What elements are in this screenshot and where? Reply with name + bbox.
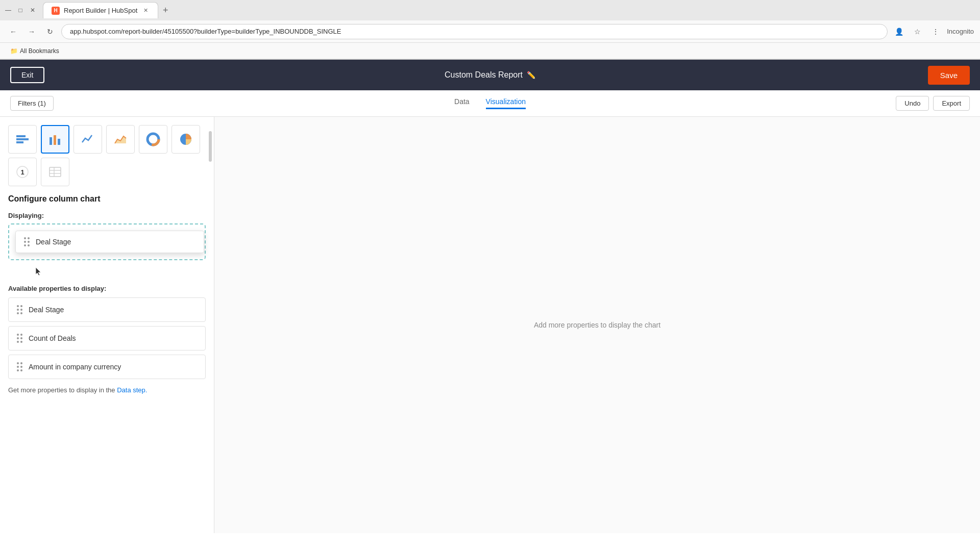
save-button[interactable]: Save	[928, 66, 970, 85]
data-step-link[interactable]: Data step.	[117, 386, 147, 394]
svg-rect-1	[16, 138, 29, 140]
displaying-label: Displaying:	[8, 212, 206, 219]
close-window-button[interactable]: ✕	[29, 6, 37, 14]
undo-button[interactable]: Undo	[896, 96, 929, 111]
scrollbar-thumb[interactable]	[209, 131, 212, 162]
drag-handle-icon	[23, 236, 31, 247]
svg-text:1: 1	[20, 168, 24, 176]
main-layout: 1 Configure column chart Displaying:	[0, 117, 980, 533]
chart-type-donut[interactable]	[139, 125, 167, 154]
back-button[interactable]: ←	[6, 24, 20, 39]
report-title-container: Custom Deals Report ✏️	[445, 70, 535, 80]
refresh-button[interactable]: ↻	[43, 24, 57, 39]
chart-type-pie[interactable]	[172, 125, 200, 154]
prop-label-count-of-deals: Count of Deals	[29, 334, 76, 342]
sub-header: Filters (1) Data Visualization Undo Expo…	[0, 90, 980, 117]
drag-handle-deal-stage	[16, 304, 23, 315]
data-step-note: Get more properties to display in the Da…	[8, 385, 206, 395]
chart-type-horizontal-bar[interactable]	[8, 125, 37, 154]
right-panel: Add more properties to display the chart	[214, 117, 980, 533]
minimize-button[interactable]: —	[4, 6, 12, 14]
prop-item-amount-company-currency[interactable]: Amount in company currency	[8, 355, 206, 379]
prop-item-deal-stage[interactable]: Deal Stage	[8, 297, 206, 322]
drag-handle-amount-company-currency	[16, 361, 23, 372]
prop-label-amount-company-currency: Amount in company currency	[29, 363, 121, 371]
all-bookmarks-item[interactable]: 📁 All Bookmarks	[6, 47, 63, 55]
star-icon[interactable]: ☆	[910, 24, 924, 39]
edit-title-icon[interactable]: ✏️	[527, 71, 535, 79]
chart-type-table[interactable]	[41, 158, 69, 186]
dragging-item[interactable]: Deal Stage	[15, 231, 204, 253]
incognito-label: Incognito	[947, 28, 974, 35]
bookmarks-icon: 📁	[10, 47, 18, 55]
header-actions: Undo Export	[896, 96, 970, 111]
left-panel: 1 Configure column chart Displaying:	[0, 117, 214, 533]
profile-icon[interactable]: 👤	[892, 24, 906, 39]
svg-rect-2	[16, 141, 23, 143]
tab-title: Report Builder | HubSpot	[64, 7, 137, 14]
maximize-button[interactable]: □	[16, 6, 24, 14]
svg-rect-0	[16, 135, 26, 137]
app-header: Exit Custom Deals Report ✏️ Save	[0, 60, 980, 90]
cursor-icon	[34, 266, 44, 277]
tab-visualization[interactable]: Visualization	[486, 97, 526, 109]
report-title-text: Custom Deals Report	[445, 70, 523, 80]
exit-button[interactable]: Exit	[10, 67, 44, 83]
chart-type-area[interactable]	[106, 125, 135, 154]
dragging-item-label: Deal Stage	[36, 238, 71, 246]
prop-item-count-of-deals[interactable]: Count of Deals	[8, 326, 206, 350]
chart-type-column[interactable]	[41, 125, 69, 154]
tab-favicon: H	[52, 7, 60, 15]
svg-rect-5	[58, 139, 60, 145]
prop-label-deal-stage: Deal Stage	[29, 306, 64, 314]
address-input[interactable]	[61, 24, 888, 39]
tab-close-button[interactable]: ✕	[141, 7, 150, 15]
view-tabs: Data Visualization	[454, 97, 526, 109]
export-button[interactable]: Export	[933, 96, 970, 111]
svg-point-9	[150, 136, 156, 142]
tab-data[interactable]: Data	[454, 97, 470, 109]
new-tab-button[interactable]: +	[158, 3, 173, 17]
svg-rect-4	[54, 135, 56, 145]
forward-button[interactable]: →	[24, 24, 39, 39]
browser-menu-icon[interactable]: ⋮	[928, 24, 943, 39]
svg-rect-13	[50, 167, 61, 177]
chart-type-number[interactable]: 1	[8, 158, 37, 186]
bookmarks-label: All Bookmarks	[20, 47, 59, 55]
empty-chart-message: Add more properties to display the chart	[534, 321, 660, 329]
browser-tab[interactable]: H Report Builder | HubSpot ✕	[43, 2, 158, 18]
available-props-label: Available properties to display:	[8, 285, 206, 292]
display-dropzone: Deal Stage	[8, 223, 206, 260]
filters-button[interactable]: Filters (1)	[10, 96, 54, 111]
configure-title: Configure column chart	[8, 194, 206, 204]
chart-type-grid: 1	[8, 125, 206, 186]
drag-handle-count-of-deals	[16, 333, 23, 344]
svg-rect-3	[50, 137, 52, 145]
chart-type-line[interactable]	[74, 125, 102, 154]
